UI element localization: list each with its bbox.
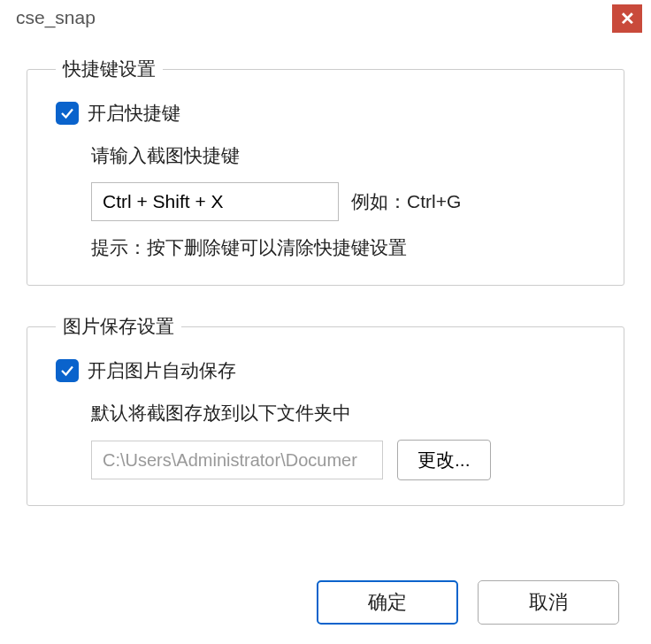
change-path-button[interactable]: 更改... <box>397 440 491 480</box>
enable-autosave-checkbox[interactable] <box>56 359 79 382</box>
save-path-input[interactable] <box>91 441 383 479</box>
dialog-footer: 确定 取消 <box>317 580 619 625</box>
shortcut-input-row: 例如：Ctrl+G <box>91 182 602 221</box>
shortcut-instruction: 请输入截图快捷键 <box>91 143 602 168</box>
shortcut-input[interactable] <box>91 182 339 221</box>
shortcut-settings-group: 快捷键设置 开启快捷键 请输入截图快捷键 例如：Ctrl+G 提示：按下删除键可… <box>27 57 624 286</box>
content-area: 快捷键设置 开启快捷键 请输入截图快捷键 例如：Ctrl+G 提示：按下删除键可… <box>0 35 651 506</box>
close-icon: ✕ <box>620 8 635 29</box>
enable-shortcut-row: 开启快捷键 <box>56 101 602 126</box>
shortcut-hint: 提示：按下删除键可以清除快捷键设置 <box>91 235 602 260</box>
shortcut-details: 请输入截图快捷键 例如：Ctrl+G 提示：按下删除键可以清除快捷键设置 <box>56 143 602 260</box>
enable-shortcut-checkbox[interactable] <box>56 102 79 125</box>
shortcut-legend: 快捷键设置 <box>56 57 163 81</box>
save-legend: 图片保存设置 <box>56 314 181 339</box>
check-icon <box>59 363 75 379</box>
shortcut-example: 例如：Ctrl+G <box>351 189 461 214</box>
close-button[interactable]: ✕ <box>612 4 642 33</box>
ok-button[interactable]: 确定 <box>317 580 458 625</box>
save-settings-group: 图片保存设置 开启图片自动保存 默认将截图存放到以下文件夹中 更改... <box>27 314 624 506</box>
enable-shortcut-label: 开启快捷键 <box>88 101 180 126</box>
path-row: 更改... <box>91 440 602 480</box>
titlebar: cse_snap ✕ <box>0 0 651 35</box>
cancel-button[interactable]: 取消 <box>478 580 619 625</box>
window-title: cse_snap <box>16 7 96 28</box>
enable-autosave-label: 开启图片自动保存 <box>88 358 236 383</box>
enable-autosave-row: 开启图片自动保存 <box>56 358 602 383</box>
check-icon <box>59 105 75 121</box>
save-details: 默认将截图存放到以下文件夹中 更改... <box>56 401 602 480</box>
save-instruction: 默认将截图存放到以下文件夹中 <box>91 401 602 426</box>
